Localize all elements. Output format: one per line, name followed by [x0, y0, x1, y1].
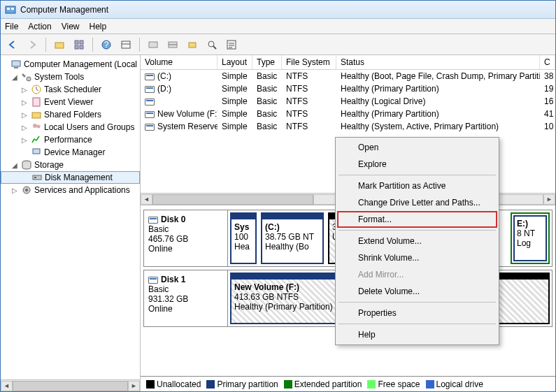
svg-rect-2	[11, 8, 14, 10]
tree-item-label: Storage	[34, 160, 64, 170]
svg-point-25	[33, 124, 37, 128]
tree-device-manager[interactable]: Device Manager	[1, 146, 140, 159]
ctx-mirror: Add Mirror...	[337, 266, 497, 283]
tree-scrollbar[interactable]: ◄►	[1, 379, 140, 391]
legend: Unallocated Primary partition Extended p…	[141, 376, 555, 391]
ctx-change-letter[interactable]: Change Drive Letter and Paths...	[337, 194, 497, 211]
properties-button[interactable]	[71, 37, 87, 52]
context-menu: Open Explore Mark Partition as Active Ch…	[335, 137, 499, 345]
menu-file[interactable]: File	[5, 22, 18, 31]
volume-row[interactable]: New Volume (F:)SimpleBasicNTFSHealthy (P…	[141, 108, 555, 120]
disk-label: Disk 0	[161, 215, 185, 224]
disk-0-info: Disk 0 Basic 465.76 GB Online	[144, 210, 228, 266]
tree-local-users[interactable]: ▷Local Users and Groups	[1, 121, 140, 133]
col-status[interactable]: Status	[336, 55, 540, 69]
disk-mgmt-icon	[31, 172, 43, 183]
svg-rect-13	[169, 42, 177, 45]
svg-point-21	[27, 77, 31, 81]
tree-root[interactable]: Computer Management (Local	[1, 58, 140, 71]
view-button[interactable]	[118, 37, 134, 52]
tree-shared-folders[interactable]: ▷Shared Folders	[1, 108, 140, 121]
tree-pane: Computer Management (Local ◢System Tools…	[1, 55, 141, 391]
action-button-4[interactable]	[204, 37, 220, 52]
svg-rect-19	[12, 61, 20, 66]
ctx-delete[interactable]: Delete Volume...	[337, 283, 497, 300]
tree-event-viewer[interactable]: ▷Event Viewer	[1, 96, 140, 108]
action-button-5[interactable]	[224, 37, 239, 52]
partition-c[interactable]: (C:)38.75 GB NTHealthy (Bo	[261, 212, 324, 264]
svg-rect-23	[33, 98, 40, 106]
help-button[interactable]: ?	[99, 37, 114, 52]
expand-icon[interactable]: ▷	[20, 136, 29, 144]
legend-extended: Extended partition	[284, 379, 362, 389]
device-icon	[31, 147, 42, 158]
ctx-shrink[interactable]: Shrink Volume...	[337, 249, 497, 266]
expand-icon[interactable]: ▷	[10, 187, 19, 194]
tree-storage[interactable]: ◢Storage	[1, 159, 140, 171]
ctx-format[interactable]: Format...	[337, 211, 497, 228]
ctx-open[interactable]: Open	[337, 139, 497, 156]
col-type[interactable]: Type	[252, 55, 282, 69]
disk-size: 931.32 GB	[148, 294, 223, 304]
performance-icon	[31, 134, 42, 145]
tree-item-label: Services and Applications	[34, 185, 130, 195]
column-headers[interactable]: Volume Layout Type File System Status C	[141, 55, 555, 70]
disk-label: Disk 1	[161, 275, 185, 284]
event-icon	[31, 96, 42, 108]
partition-e[interactable]: E:)8 NTLog	[511, 212, 550, 264]
tree-item-label: Performance	[44, 135, 92, 145]
menu-view[interactable]: View	[62, 22, 80, 31]
ctx-properties[interactable]: Properties	[337, 305, 497, 321]
expand-icon[interactable]: ▷	[20, 111, 29, 119]
col-layout[interactable]: Layout	[218, 55, 252, 69]
expand-icon[interactable]: ▷	[20, 99, 29, 106]
volume-row[interactable]: (C:)SimpleBasicNTFSHealthy (Boot, Page F…	[141, 70, 555, 82]
tree-item-label: Local Users and Groups	[44, 122, 134, 132]
col-volume[interactable]: Volume	[141, 55, 218, 69]
action-button-3[interactable]	[185, 37, 200, 52]
volume-row[interactable]: (D:)SimpleBasicNTFSHealthy (Primary Part…	[141, 82, 555, 95]
col-fs[interactable]: File System	[282, 55, 336, 69]
toolbar: ?	[1, 34, 555, 55]
expand-icon[interactable]: ▷	[20, 86, 29, 94]
volume-row[interactable]: System ReservedSimpleBasicNTFSHealthy (S…	[141, 120, 555, 133]
collapse-icon[interactable]: ◢	[10, 73, 19, 81]
action-button-1[interactable]	[145, 37, 161, 52]
disk-type: Basic	[148, 284, 223, 294]
expand-icon[interactable]: ▷	[20, 124, 29, 131]
tree-performance[interactable]: ▷Performance	[1, 133, 140, 146]
tree-disk-management[interactable]: Disk Management	[1, 171, 140, 184]
disk-size: 465.76 GB	[148, 234, 223, 244]
services-icon	[21, 184, 32, 196]
title-bar: Computer Management	[1, 1, 555, 19]
back-button[interactable]	[5, 37, 20, 52]
svg-point-32	[25, 189, 28, 191]
app-icon	[5, 4, 16, 15]
col-last[interactable]: C	[540, 55, 555, 69]
volume-row[interactable]: SimpleBasicNTFSHealthy (Logical Drive)16	[141, 95, 555, 108]
ctx-mark-active[interactable]: Mark Partition as Active	[337, 177, 497, 194]
svg-rect-30	[34, 177, 36, 178]
forward-button[interactable]	[24, 37, 40, 52]
tree-system-tools[interactable]: ◢System Tools	[1, 71, 140, 83]
svg-rect-27	[33, 149, 40, 154]
tree-item-label: Event Viewer	[44, 97, 93, 107]
tools-icon	[21, 71, 32, 82]
svg-rect-6	[75, 45, 78, 49]
menu-help[interactable]: Help	[90, 22, 107, 31]
collapse-icon[interactable]: ◢	[10, 161, 19, 169]
menu-action[interactable]: Action	[28, 22, 51, 31]
up-button[interactable]	[52, 37, 67, 52]
partition-system[interactable]: Sys100Hea	[230, 212, 257, 264]
ctx-explore[interactable]: Explore	[337, 156, 497, 173]
svg-rect-3	[55, 43, 64, 48]
ctx-extend[interactable]: Extend Volume...	[337, 233, 497, 249]
tree-task-scheduler[interactable]: ▷Task Scheduler	[1, 83, 140, 96]
tree-item-label: Disk Management	[45, 173, 113, 182]
computer-icon	[10, 59, 22, 70]
menubar: File Action View Help	[1, 19, 555, 34]
action-button-2[interactable]	[165, 37, 180, 52]
tree-services[interactable]: ▷Services and Applications	[1, 184, 140, 196]
ctx-help[interactable]: Help	[337, 326, 497, 343]
clock-icon	[31, 84, 42, 95]
